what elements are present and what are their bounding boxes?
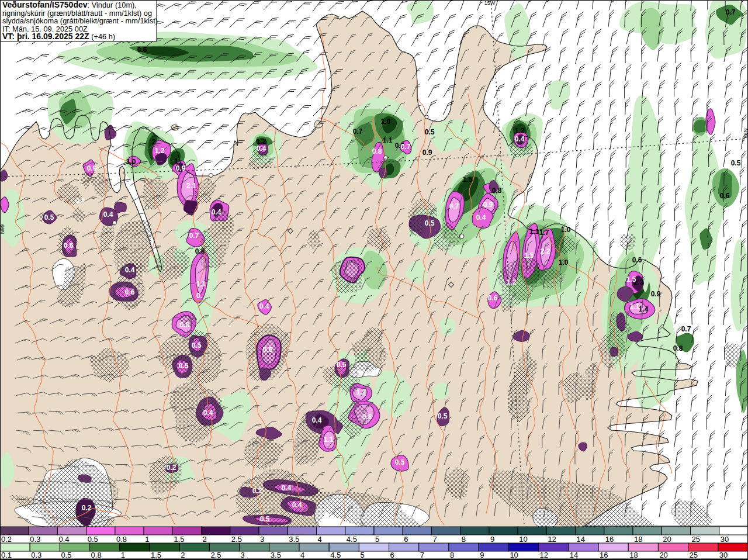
svg-text:0.3: 0.3	[31, 551, 41, 559]
svg-text:6: 6	[404, 535, 408, 544]
svg-text:0.8: 0.8	[180, 321, 190, 329]
svg-text:1.1: 1.1	[529, 227, 539, 236]
svg-text:0.9: 0.9	[483, 201, 493, 209]
svg-text:0.5: 0.5	[44, 213, 54, 222]
svg-text:0.9: 0.9	[176, 164, 186, 172]
svg-text:0.8: 0.8	[673, 344, 683, 352]
svg-text:0.5: 0.5	[179, 362, 189, 370]
svg-text:9: 9	[490, 535, 494, 544]
svg-text:0.8: 0.8	[91, 551, 102, 559]
svg-text:8: 8	[450, 551, 454, 559]
svg-text:14: 14	[577, 535, 585, 544]
svg-text:N99: N99	[743, 129, 748, 139]
svg-text:0.8: 0.8	[116, 535, 127, 544]
svg-text:0.5: 0.5	[61, 551, 71, 559]
svg-text:9: 9	[480, 551, 484, 559]
svg-text:0.5: 0.5	[731, 159, 741, 167]
svg-text:1.2: 1.2	[155, 147, 165, 155]
svg-text:0.9: 0.9	[651, 290, 661, 298]
svg-text:10: 10	[510, 551, 518, 559]
svg-text:1.2: 1.2	[515, 127, 525, 135]
svg-text:12: 12	[548, 535, 556, 544]
svg-text:VT: þri. 16.09.2025 22Z (+46 h: VT: þri. 16.09.2025 22Z (+46 h)	[2, 32, 115, 41]
svg-text:5: 5	[375, 535, 379, 544]
svg-text:0.4: 0.4	[75, 197, 85, 205]
svg-text:0.7: 0.7	[401, 143, 411, 151]
svg-text:0.4: 0.4	[476, 213, 486, 222]
svg-text:0.6: 0.6	[125, 288, 135, 296]
svg-text:0.5: 0.5	[192, 341, 202, 350]
svg-text:0.4: 0.4	[212, 208, 221, 216]
svg-text:20: 20	[663, 535, 671, 544]
svg-text:4.5: 4.5	[330, 551, 341, 559]
svg-text:0.3: 0.3	[30, 535, 40, 544]
svg-text:0.4: 0.4	[257, 144, 266, 153]
svg-text:7: 7	[433, 535, 437, 544]
svg-text:2.2: 2.2	[541, 247, 550, 255]
svg-text:18: 18	[629, 551, 638, 559]
svg-text:0.6: 0.6	[263, 345, 273, 354]
svg-text:5: 5	[360, 551, 364, 559]
svg-text:0.7: 0.7	[726, 8, 736, 16]
svg-text:0.4: 0.4	[292, 501, 302, 509]
svg-text:0.5: 0.5	[438, 412, 448, 420]
svg-text:2: 2	[181, 551, 185, 559]
svg-text:1.4: 1.4	[639, 305, 649, 313]
svg-text:0.7: 0.7	[353, 127, 363, 136]
svg-text:16: 16	[600, 551, 608, 559]
svg-text:2: 2	[152, 138, 156, 146]
svg-text:0.7: 0.7	[449, 202, 459, 210]
svg-text:4: 4	[300, 551, 304, 559]
svg-text:7: 7	[420, 551, 424, 559]
svg-text:6: 6	[390, 551, 394, 559]
svg-text:1.5: 1.5	[151, 551, 161, 559]
svg-text:0.2: 0.2	[1, 535, 12, 544]
svg-text:0.4: 0.4	[103, 210, 113, 219]
svg-text:12: 12	[540, 551, 548, 559]
svg-text:3.5: 3.5	[289, 535, 299, 544]
svg-text:N99: N99	[0, 224, 5, 234]
svg-text:10: 10	[519, 535, 527, 544]
svg-text:0.5: 0.5	[260, 515, 270, 523]
svg-text:4.5: 4.5	[347, 535, 357, 544]
svg-text:1.1: 1.1	[196, 280, 206, 288]
svg-text:0.8: 0.8	[372, 147, 382, 155]
svg-text:1.1: 1.1	[324, 435, 334, 444]
svg-text:0.7: 0.7	[681, 325, 691, 333]
svg-text:1: 1	[145, 535, 149, 544]
svg-text:18: 18	[634, 535, 642, 544]
svg-text:3: 3	[241, 551, 245, 559]
svg-text:25: 25	[692, 535, 700, 544]
svg-text:20: 20	[659, 551, 667, 559]
svg-text:0.9: 0.9	[423, 148, 432, 157]
svg-text:0.4: 0.4	[515, 135, 525, 143]
svg-text:8: 8	[462, 535, 466, 544]
svg-text:0.8: 0.8	[195, 247, 205, 255]
svg-text:1.2: 1.2	[356, 388, 366, 396]
svg-text:0.6: 0.6	[632, 256, 642, 264]
svg-text:0.8: 0.8	[492, 186, 502, 195]
svg-text:4: 4	[318, 535, 322, 544]
svg-text:16: 16	[605, 535, 614, 544]
svg-text:3.5: 3.5	[271, 551, 281, 559]
svg-text:0.6: 0.6	[64, 241, 74, 250]
svg-text:1: 1	[121, 551, 125, 559]
svg-text:0.6: 0.6	[137, 46, 147, 54]
svg-text:0.5: 0.5	[337, 361, 347, 369]
svg-text:0.9: 0.9	[87, 164, 97, 172]
svg-text:1.5: 1.5	[463, 175, 473, 184]
svg-text:0.2: 0.2	[82, 504, 92, 512]
svg-text:2.1: 2.1	[186, 182, 196, 190]
svg-text:25: 25	[690, 551, 698, 559]
svg-text:14: 14	[570, 551, 578, 559]
svg-text:1.1: 1.1	[630, 302, 640, 310]
svg-text:1.5: 1.5	[626, 275, 636, 284]
svg-text:0.8: 0.8	[362, 413, 372, 421]
svg-text:1.0: 1.0	[126, 158, 136, 166]
svg-text:1.0: 1.0	[561, 226, 571, 234]
svg-text:1.7: 1.7	[539, 229, 549, 237]
svg-text:0.4: 0.4	[59, 535, 70, 544]
svg-text:0.4: 0.4	[203, 409, 213, 417]
svg-text:0.5: 0.5	[395, 458, 405, 466]
svg-text:2.5: 2.5	[210, 551, 221, 559]
